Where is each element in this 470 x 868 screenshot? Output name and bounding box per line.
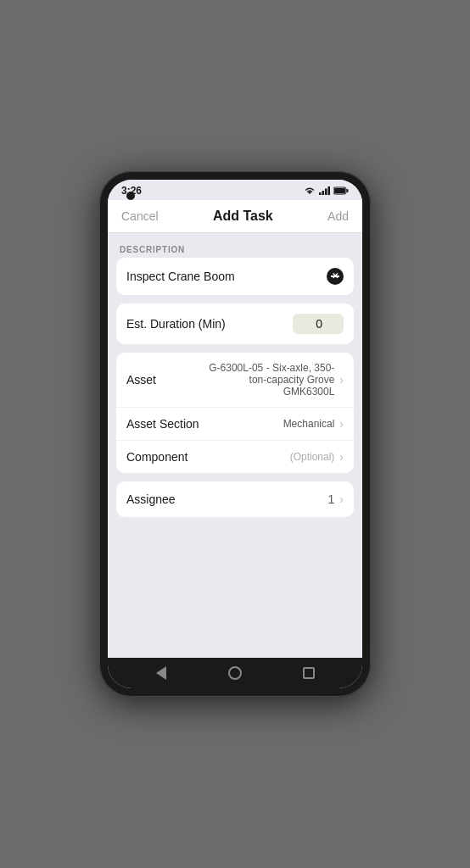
page-title: Add Task [213,209,273,224]
form-area: DESCRIPTION ✕ Est. Duration (Min) [108,233,362,658]
asset-section-label: Asset Section [126,417,203,431]
app-content: Cancel Add Task Add DESCRIPTION ✕ [108,200,362,658]
asset-section-chevron-icon: › [339,417,344,431]
add-button[interactable]: Add [327,209,349,223]
section-label: DESCRIPTION [116,245,354,254]
asset-chevron-icon: › [339,373,344,387]
recents-icon [303,667,315,679]
svg-rect-3 [325,189,327,196]
assignee-value: 1 [328,492,340,506]
phone-screen: 3:26 [108,180,362,688]
svg-rect-4 [328,186,331,195]
back-button[interactable] [153,665,170,682]
asset-section-row[interactable]: Asset Section Mechanical › [116,408,354,441]
svg-rect-7 [334,188,345,193]
svg-rect-2 [322,191,325,195]
asset-section-value: Mechanical [203,418,339,430]
duration-label: Est. Duration (Min) [126,317,293,331]
clear-button[interactable]: ✕ [327,268,344,285]
cancel-button[interactable]: Cancel [121,209,159,223]
svg-rect-1 [319,192,322,195]
description-input[interactable] [126,270,320,283]
duration-input[interactable] [293,314,344,334]
assignee-chevron-icon: › [339,492,344,506]
recents-button[interactable] [300,665,317,682]
nav-bar: Cancel Add Task Add [108,200,362,233]
home-icon [228,666,242,680]
duration-card: Est. Duration (Min) [116,303,354,344]
status-bar: 3:26 [108,180,362,200]
signal-icon [319,186,330,195]
component-chevron-icon: › [339,450,344,464]
asset-value: G-6300L-05 - Six-axle, 350-ton-capacity … [203,362,339,398]
assignee-label: Assignee [126,492,328,506]
description-card: ✕ [116,258,354,295]
wifi-icon [304,186,316,196]
component-value: (Optional) [203,451,339,463]
assignee-card[interactable]: Assignee 1 › [116,481,354,517]
asset-label: Asset [126,373,203,387]
battery-icon [333,186,349,195]
asset-card: Asset G-6300L-05 - Six-axle, 350-ton-cap… [116,353,354,473]
asset-row[interactable]: Asset G-6300L-05 - Six-axle, 350-ton-cap… [116,353,354,408]
component-row[interactable]: Component (Optional) › [116,441,354,473]
home-button[interactable] [227,665,243,682]
phone-frame: 3:26 [99,171,371,697]
component-label: Component [126,450,203,464]
description-section: DESCRIPTION ✕ [116,245,354,295]
svg-rect-6 [347,189,349,192]
bottom-nav [108,658,362,688]
status-icons [304,186,349,196]
camera [126,192,135,200]
back-icon [156,666,166,680]
